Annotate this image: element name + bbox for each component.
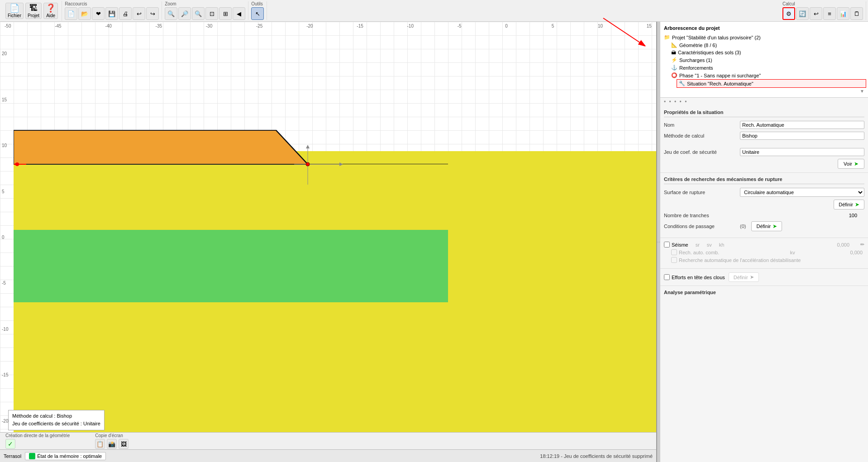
jeu-select[interactable]: Unitaire EC7 DA1 EC7 DA2	[740, 148, 864, 156]
print-btn[interactable]: 🖨	[119, 7, 132, 20]
status-memory: État de la mémoire : optimale	[37, 453, 102, 459]
calcul-btn3[interactable]: ↩	[810, 7, 822, 20]
status-bar: Terrasol État de la mémoire : optimale 1…	[0, 449, 656, 462]
renforcements-icon: ⚓	[671, 65, 677, 71]
svg-point-14	[306, 162, 310, 166]
geometrie-icon: 📐	[671, 42, 677, 48]
zoom-fit-btn[interactable]: ⊡	[205, 7, 218, 20]
definir-efforts-button[interactable]: Définir ➤	[729, 272, 759, 282]
definir-surface-arrow-icon: ➤	[855, 201, 859, 208]
rech-auto-label[interactable]: Rech. auto. comb.	[671, 249, 719, 255]
copie-btn1[interactable]: 📋	[95, 439, 105, 449]
tooltip-line2: Jeu de coefficients de sécurité : Unitai…	[12, 420, 100, 428]
new-btn[interactable]: 📄	[65, 7, 77, 20]
rech-auto-checkbox	[671, 249, 677, 255]
run-calcul-btn[interactable]: ⚙	[782, 7, 795, 20]
check-btn[interactable]: ✓	[5, 439, 15, 449]
file-menu-group: 📄 Fichier 🏗 Projet ❓ Aide	[2, 1, 62, 21]
voir-arrow-icon: ➤	[854, 161, 858, 167]
zoom-section: Zoom 🔍 🔎 🔍 ⊡ ⊞ ◀	[162, 1, 248, 20]
main-layout: -50-45-40-35-30 -25-20-15-10-5 051015 20…	[0, 22, 868, 462]
copie-btn2[interactable]: 📸	[107, 439, 117, 449]
raccourcis-label: Raccourcis	[65, 1, 87, 6]
tree-surcharges-label: Surcharges (1)	[679, 57, 712, 63]
creation-label: Création directe de la géométrie	[5, 433, 70, 438]
tree-item-caract[interactable]: 🏔 Caractéristiques des sols (3)	[669, 49, 866, 56]
voir-button[interactable]: Voir ➤	[838, 159, 864, 169]
zoom-out-btn[interactable]: 🔍	[192, 7, 205, 20]
nom-input[interactable]	[740, 121, 864, 129]
jeu-row: Jeu de coef. de sécurité Unitaire EC7 DA…	[664, 148, 864, 156]
efforts-checkbox-label[interactable]: Efforts en tête des clous	[664, 274, 725, 280]
definir-conditions-label: Définir	[756, 224, 771, 229]
calcul-btn4[interactable]: ≡	[823, 7, 836, 20]
forward-btn[interactable]: ↪	[146, 7, 159, 20]
methode-select[interactable]: Bishop Fellenius Spencer	[740, 132, 864, 140]
open-btn[interactable]: 📂	[78, 7, 91, 20]
dots-separator: • • • • •	[660, 98, 868, 106]
efforts-checkbox[interactable]	[664, 274, 670, 280]
rech-auto2-text: Recherche automatique de l'accélération …	[679, 257, 801, 263]
conditions-row: Conditions de passage (0) Définir ➤	[664, 221, 864, 231]
svg-marker-5	[14, 164, 448, 230]
zoom-in-btn[interactable]: 🔎	[178, 7, 191, 20]
methode-row: Méthode de calcul Bishop Fellenius Spenc…	[664, 132, 864, 140]
tree-geometrie-label: Géométrie (8 / 6)	[679, 43, 717, 48]
calcul-section: Calcul ⚙ 🔄 ↩ ≡ 📊 🗒	[780, 1, 866, 20]
methode-label: Méthode de calcul	[664, 133, 736, 138]
back-btn[interactable]: ↩	[133, 7, 145, 20]
nb-tranches-label: Nombre de tranches	[664, 213, 736, 218]
kh-value: 0,000	[735, 242, 851, 248]
kh-edit-icon[interactable]: ✏	[860, 242, 864, 248]
props-title: Propriétés de la situation	[664, 110, 864, 117]
surface-row: Surface de rupture Circulaire automatiqu…	[664, 188, 864, 197]
calcul-btn2[interactable]: 🔄	[796, 7, 809, 20]
conditions-num: (0)	[740, 224, 746, 229]
tree-item-projet[interactable]: 📁 Projet "Stabilité d'un talus provisoir…	[662, 33, 866, 41]
tree-item-surcharges[interactable]: ⚡ Surcharges (1)	[669, 56, 866, 64]
raccourcis-section: Raccourcis 📄 📂 ❤ 💾 🖨 ↩ ↪	[62, 1, 162, 20]
fichier-label: Fichier	[8, 13, 21, 18]
zoom-search-btn[interactable]: 🔍	[165, 7, 177, 20]
fichier-button[interactable]: 📄 Fichier	[5, 3, 24, 19]
svg-marker-7	[14, 130, 308, 164]
definir-efforts-label: Définir	[734, 275, 748, 280]
projet-button[interactable]: 🏗 Projet	[25, 3, 42, 19]
tree-item-phase[interactable]: ⭕ Phase "1 - Sans nappe ni surcharge"	[669, 71, 866, 79]
zoom-box-btn[interactable]: ⊞	[219, 7, 232, 20]
calcul-btn5[interactable]: 📊	[837, 7, 849, 20]
surcharges-icon: ⚡	[671, 57, 677, 63]
save-btn[interactable]: 💾	[105, 7, 118, 20]
sr-label: sr	[696, 242, 700, 248]
nb-tranches-row: Nombre de tranches 100	[664, 212, 864, 219]
tree-item-geometrie[interactable]: 📐 Géométrie (8 / 6)	[669, 41, 866, 49]
fav-btn[interactable]: ❤	[92, 7, 105, 20]
tree-item-renforcements[interactable]: ⚓ Renforcements	[669, 64, 866, 71]
aide-button[interactable]: ❓ Aide	[43, 3, 58, 19]
definir-surface-label: Définir	[839, 202, 853, 207]
phase-icon: ⭕	[671, 72, 677, 78]
zoom-prev-btn[interactable]: ◀	[233, 7, 245, 20]
definir-conditions-button[interactable]: Définir ➤	[751, 221, 782, 231]
terrain-svg	[14, 31, 656, 432]
tree-phase-label: Phase "1 - Sans nappe ni surcharge"	[679, 73, 761, 78]
jeu-label: Jeu de coef. de sécurité	[664, 149, 736, 155]
sv-label: sv	[707, 242, 712, 248]
canvas-area[interactable]: -50-45-40-35-30 -25-20-15-10-5 051015 20…	[0, 22, 657, 462]
analyse-label: Analyse paramétrique	[664, 290, 864, 295]
tree-item-situation[interactable]: 🔧 Situation "Rech. Automatique"	[677, 79, 866, 88]
status-terrasol: Terrasol	[4, 453, 21, 459]
properties-section: Propriétés de la situation Nom Méthode d…	[660, 106, 868, 173]
seisme-checkbox[interactable]	[664, 242, 670, 248]
rech-auto-text: Rech. auto. comb.	[679, 250, 719, 255]
tree-caract-label: Caractéristiques des sols (3)	[678, 50, 741, 55]
rech-auto2-label[interactable]: Recherche automatique de l'accélération …	[671, 257, 864, 263]
cursor-tool-btn[interactable]: ↖	[251, 7, 264, 20]
outils-section: Outils ↖	[248, 1, 267, 20]
tree-projet-label: Projet "Stabilité d'un talus provisoire"…	[672, 35, 761, 40]
seisme-checkbox-label[interactable]: Séisme	[664, 242, 688, 248]
definir-surface-button[interactable]: Définir ➤	[834, 200, 864, 210]
surface-select[interactable]: Circulaire automatique Circulaire manuel…	[740, 188, 864, 197]
copie-btn3[interactable]: 🖼	[119, 439, 129, 449]
calcul-btn6[interactable]: 🗒	[850, 7, 863, 20]
